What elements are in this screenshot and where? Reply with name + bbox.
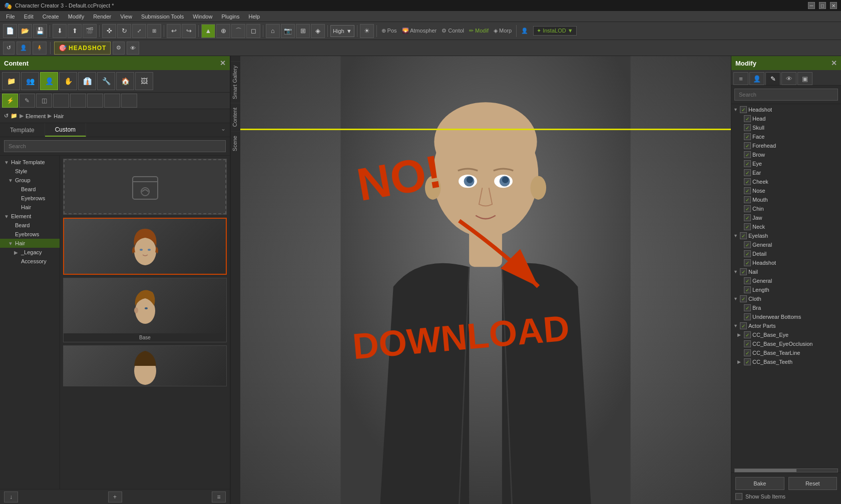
reset-button[interactable]: Reset: [788, 477, 837, 490]
menu-view[interactable]: View: [116, 13, 136, 21]
mod-item-eyelash[interactable]: ✓ Eyelash: [731, 231, 841, 240]
camera-button[interactable]: 📷: [281, 24, 295, 38]
move-button[interactable]: ⤢: [132, 24, 146, 38]
tree-hair-template[interactable]: Hair Template: [0, 158, 60, 167]
mod-item-headshot[interactable]: ✓ Headshot: [731, 105, 841, 114]
modify-tab-1[interactable]: ≡: [733, 72, 748, 85]
tree-legacy[interactable]: _Legacy: [0, 248, 60, 257]
model-button[interactable]: 🧍: [33, 42, 47, 55]
scroll-down-btn[interactable]: ↓: [4, 491, 18, 502]
side-tab-content[interactable]: Content: [231, 103, 240, 131]
mod-check-eyelash-headshot[interactable]: ✓: [744, 259, 751, 266]
modify-scrollbar[interactable]: [734, 468, 838, 472]
tree-element[interactable]: Element: [0, 212, 60, 221]
mod-check-ear[interactable]: ✓: [744, 169, 751, 176]
mod-check-brow[interactable]: ✓: [744, 151, 751, 158]
rotate-button[interactable]: ↻: [117, 24, 131, 38]
icon-props[interactable]: 🔧: [97, 72, 115, 90]
mod-check-eye[interactable]: ✓: [744, 160, 751, 167]
undo-button[interactable]: ↩: [167, 24, 181, 38]
mod-check-bra[interactable]: ✓: [744, 304, 751, 311]
headshot-extra-button[interactable]: 👁: [127, 42, 139, 55]
menu-file[interactable]: File: [2, 13, 19, 21]
icon-hair[interactable]: 👤: [40, 72, 58, 90]
light-button[interactable]: ☀: [360, 24, 374, 38]
menu-edit[interactable]: Edit: [20, 13, 38, 21]
mod-check-forehead[interactable]: ✓: [744, 142, 751, 149]
mod-item-eyelash-headshot[interactable]: ✓ Headshot: [731, 258, 841, 267]
add-btn[interactable]: +: [108, 491, 122, 502]
tree-eyebrows-group[interactable]: Eyebrows: [0, 194, 60, 203]
tree-beard-elem[interactable]: Beard: [0, 221, 60, 230]
redo-button[interactable]: ↪: [182, 24, 196, 38]
select-button[interactable]: ▲: [201, 24, 215, 38]
icon2-3[interactable]: ◫: [36, 94, 52, 108]
instalod-button[interactable]: ✦ InstaLOD ▼: [533, 26, 576, 36]
mod-check-cheek[interactable]: ✓: [744, 178, 751, 185]
maximize-button[interactable]: □: [819, 2, 826, 9]
mod-check-nail-length[interactable]: ✓: [744, 286, 751, 293]
mod-check-eyelash-detail[interactable]: ✓: [744, 250, 751, 257]
tree-style[interactable]: Style: [0, 167, 60, 176]
mod-item-eyelash-general[interactable]: ✓ General: [731, 240, 841, 249]
close-button[interactable]: ✕: [830, 2, 837, 9]
quality-dropdown[interactable]: High ▼: [330, 25, 354, 37]
mod-item-underwear[interactable]: ✓ Underwear Bottoms: [731, 312, 841, 321]
icon-clothing[interactable]: 👔: [78, 72, 96, 90]
icon2-4[interactable]: [53, 94, 69, 108]
mod-check-head[interactable]: ✓: [744, 115, 751, 122]
minimize-button[interactable]: ─: [808, 2, 815, 9]
icon2-7[interactable]: [104, 94, 120, 108]
icon2-active[interactable]: ⚡: [2, 94, 18, 108]
mod-item-bra[interactable]: ✓ Bra: [731, 303, 841, 312]
mod-check-cc-teeth[interactable]: ✓: [744, 358, 751, 365]
mod-item-cheek[interactable]: ✓ Cheek: [731, 177, 841, 186]
tab-custom[interactable]: Custom: [45, 123, 86, 137]
mod-check-chin[interactable]: ✓: [744, 205, 751, 212]
bake-button[interactable]: Bake: [735, 477, 784, 490]
mod-item-nail-general[interactable]: ✓ General: [731, 276, 841, 285]
mod-item-cc-teeth[interactable]: ✓ CC_Base_Teeth: [731, 357, 841, 366]
mod-check-neck[interactable]: ✓: [744, 223, 751, 230]
snap-button[interactable]: ◻: [246, 24, 260, 38]
options-btn[interactable]: ≡: [212, 491, 226, 502]
tab-collapse-btn[interactable]: ⌄: [217, 123, 230, 137]
mod-check-eyelash[interactable]: ✓: [740, 232, 747, 239]
scale-button[interactable]: ⊞: [147, 24, 161, 38]
content-panel-close[interactable]: ✕: [220, 59, 226, 67]
mod-check-nail[interactable]: ✓: [740, 268, 747, 275]
grid-item-empty[interactable]: [63, 159, 227, 215]
mod-item-jaw[interactable]: ✓ Jaw: [731, 213, 841, 222]
icon-folder[interactable]: 📁: [2, 72, 20, 90]
modify-panel-close[interactable]: ✕: [831, 59, 837, 67]
transform-button[interactable]: ✜: [102, 24, 116, 38]
menu-help[interactable]: Help: [244, 13, 264, 21]
mod-item-cloth[interactable]: ✓ Cloth: [731, 294, 841, 303]
tree-hair-group[interactable]: Hair: [0, 203, 60, 212]
icon-images[interactable]: 🖼: [135, 72, 153, 90]
grid-item-hair-3[interactable]: Free: [63, 345, 227, 386]
grid-item-base[interactable]: Free Base: [63, 278, 227, 342]
icon2-2[interactable]: ✎: [19, 94, 35, 108]
side-tab-smart-gallery[interactable]: Smart Gallery: [231, 61, 240, 103]
breadcrumb-back[interactable]: ↺: [4, 113, 9, 119]
mod-check-nose[interactable]: ✓: [744, 187, 751, 194]
mod-check-cc-tearline[interactable]: ✓: [744, 349, 751, 356]
mod-item-mouth[interactable]: ✓ Mouth: [731, 195, 841, 204]
mod-check-cc-eye[interactable]: ✓: [744, 331, 751, 338]
modify-tab-2[interactable]: 👤: [749, 72, 764, 85]
menu-create[interactable]: Create: [39, 13, 63, 21]
icon2-6[interactable]: [87, 94, 103, 108]
mod-check-headshot[interactable]: ✓: [740, 106, 747, 113]
mod-item-cc-eyeocclusion[interactable]: ✓ CC_Base_EyeOcclusion: [731, 339, 841, 348]
icon-accessories[interactable]: ✋: [59, 72, 77, 90]
character-select-button[interactable]: 👤: [17, 42, 31, 55]
home-button[interactable]: ⌂: [266, 24, 280, 38]
arc-button[interactable]: ⌒: [231, 24, 245, 38]
mod-item-nail-length[interactable]: ✓ Length: [731, 285, 841, 294]
mod-item-neck[interactable]: ✓ Neck: [731, 222, 841, 231]
render-button[interactable]: 🎬: [83, 24, 97, 38]
viewport[interactable]: NO! DOWNLOAD: [240, 56, 731, 504]
mod-item-nose[interactable]: ✓ Nose: [731, 186, 841, 195]
modify-tab-3[interactable]: ✎: [765, 72, 780, 85]
